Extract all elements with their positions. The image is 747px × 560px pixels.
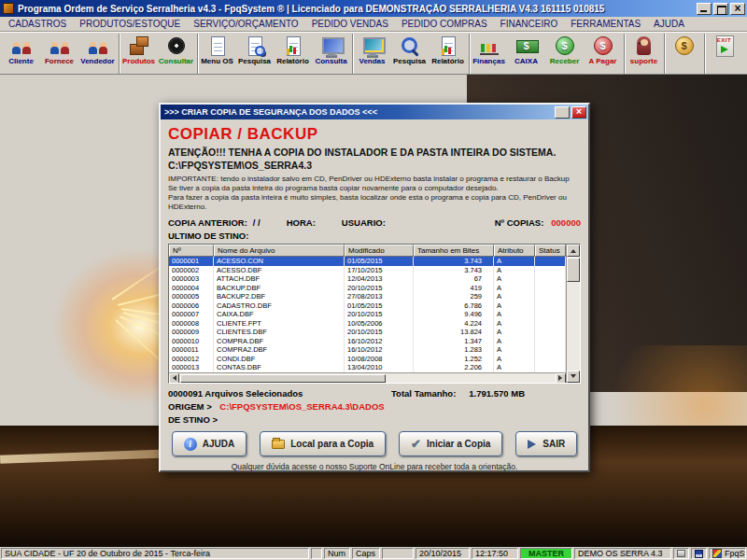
- menu-item[interactable]: CADASTROS: [2, 18, 73, 30]
- toolbar-button[interactable]: Vendas: [352, 34, 390, 74]
- toolbar-button[interactable]: $ Receber: [545, 34, 584, 74]
- maximize-button[interactable]: [713, 3, 728, 15]
- scroll-up-icon[interactable]: [567, 245, 580, 257]
- table-row[interactable]: 0000003 ATTACH.DBF 12/04/2013 67 A: [169, 274, 566, 284]
- scroll-left-icon[interactable]: [169, 373, 179, 384]
- col-header-modified[interactable]: Modificado: [345, 245, 414, 257]
- toolbar-button-label: Consultar: [159, 58, 193, 65]
- table-row[interactable]: 0000007 CAIXA.DBF 20/10/2015 9.496 A: [169, 310, 566, 319]
- status-disk: [691, 548, 707, 559]
- copia-anterior-value: / /: [253, 217, 261, 228]
- col-header-num[interactable]: Nº: [169, 245, 214, 257]
- toolbar-button[interactable]: $: [664, 34, 702, 74]
- statusbar: SUA CIDADE - UF 20 de Outubro de 2015 - …: [0, 547, 747, 560]
- vertical-scrollbar[interactable]: [566, 245, 580, 383]
- num-copias-label: Nº COPIAS:: [495, 217, 544, 228]
- workspace-background: >>> CRIAR COPIA DE SEGURANÇA DOS DADOS <…: [0, 75, 747, 547]
- window-title: Programa Ordem de Serviço Serralheria v4…: [18, 4, 695, 14]
- vertical-scroll-thumb[interactable]: [567, 258, 580, 282]
- toolbar-button[interactable]: Pesquisa: [390, 34, 429, 74]
- horizontal-scrollbar[interactable]: [169, 372, 566, 383]
- toolbar-button[interactable]: Relatório: [274, 34, 312, 74]
- dialog-help-button[interactable]: [555, 106, 570, 119]
- previous-copy-row: COPIA ANTERIOR: / / HORA: USUARIO: Nº CO…: [168, 217, 581, 228]
- close-button[interactable]: [730, 3, 745, 15]
- toolbar-button[interactable]: $ A Pagar: [584, 34, 622, 74]
- printer-icon: [677, 550, 685, 557]
- toolbar-button[interactable]: Fornece: [40, 34, 78, 74]
- table-row[interactable]: 0000002 ACESSO.DBF 17/10/2015 3.743 A: [169, 266, 566, 275]
- toolbar-button[interactable]: Relatório: [429, 34, 467, 74]
- menu-item[interactable]: FINANCEIRO: [494, 18, 565, 30]
- status-product: DEMO OS SERRA 4.3: [574, 548, 671, 559]
- origem-row: ORIGEM > C:\FPQSYSTEM\OS_SERRA4.3\DADOS: [168, 401, 581, 412]
- table-row[interactable]: 0000010 COMPRA.DBF 16/10/2012 1.347 A: [169, 337, 566, 346]
- toolbar-button[interactable]: suporte: [624, 34, 662, 74]
- menu-item[interactable]: PEDIDO COMPRAS: [395, 18, 494, 30]
- toolbar-button[interactable]: Produtos: [119, 34, 157, 74]
- total-size-label: Total Tamanho:: [391, 388, 456, 399]
- toolbar-button[interactable]: Consultar: [157, 34, 195, 74]
- toolbar-button[interactable]: Menu OS: [197, 34, 235, 74]
- table-row[interactable]: 0000006 CADASTRO.DBF 01/05/2015 6.786 A: [169, 301, 566, 311]
- folder-icon: [272, 440, 285, 449]
- scroll-down-icon[interactable]: [567, 371, 580, 383]
- toolbar-button-label: Cliente: [8, 58, 34, 65]
- minimize-button[interactable]: [697, 3, 712, 15]
- coin-icon: $: [673, 35, 696, 57]
- scroll-right-icon[interactable]: [556, 373, 566, 384]
- cash-icon: $: [515, 35, 538, 57]
- table-row[interactable]: 0000005 BACKUP2.DBF 27/08/2013 259 A: [169, 292, 566, 301]
- col-header-name[interactable]: Nome do Arquivo: [214, 245, 345, 257]
- dialog-heading: COPIAR / BACKUP: [168, 125, 581, 144]
- toolbar-button[interactable]: Consulta: [312, 34, 350, 74]
- toolbar-button[interactable]: Vendedor: [78, 34, 117, 74]
- toolbar-button[interactable]: Cliente: [2, 34, 40, 74]
- table-row[interactable]: 0000001 ACESSO.CON 01/05/2015 3.743 A: [169, 257, 566, 266]
- exit-arrow-icon: [528, 440, 541, 449]
- iniciar-copia-button[interactable]: ✔ Iniciar a Copia: [399, 431, 502, 456]
- col-header-status[interactable]: Status: [535, 245, 566, 257]
- system-path: C:\FPQSYSTEM\OS_SERRA4.3: [168, 160, 581, 171]
- menu-item[interactable]: FERRAMENTAS: [564, 18, 647, 30]
- toolbar-button[interactable]: Pesquisa: [235, 34, 274, 74]
- dialog-warning: ATENÇÃO!!! TENHA A COPIA DO INSTALADOR E…: [168, 147, 581, 158]
- num-copias-value: 000000: [551, 217, 581, 228]
- status-date: 20/10/2015: [416, 548, 470, 559]
- note-line: Para fazer a copia da pasta inteira é mu…: [168, 193, 581, 212]
- toolbar-button-label: Menu OS: [201, 58, 233, 65]
- table-row[interactable]: 0000013 CONTAS.DBF 13/04/2010 2.206 A: [169, 363, 566, 372]
- col-header-attr[interactable]: Atributo: [494, 245, 535, 257]
- table-row[interactable]: 0000008 CLIENTE.FPT 10/05/2006 4.224 A: [169, 319, 566, 329]
- sales-monitor-icon: [361, 35, 384, 57]
- search-document-icon: [244, 35, 266, 57]
- table-row[interactable]: 0000012 CONDI.DBF 10/08/2008 1.252 A: [169, 355, 566, 364]
- menu-item[interactable]: AJUDA: [647, 18, 691, 30]
- toolbar-button[interactable]: EXIT: [704, 34, 742, 74]
- local-copia-button[interactable]: Local para a Copia: [260, 431, 386, 456]
- report-icon: [437, 35, 459, 57]
- search-icon: [399, 35, 421, 57]
- toolbar-button[interactable]: $ CAIXA: [507, 34, 545, 74]
- toolbar-button-label: CAIXA: [514, 58, 538, 65]
- ajuda-button[interactable]: i AJUDA: [172, 431, 247, 456]
- menu-item[interactable]: PRODUTOS/ESTOQUE: [73, 18, 187, 30]
- menu-item[interactable]: SERVIÇO/ORÇAMENTO: [187, 18, 304, 30]
- toolbar-button-label: Produtos: [122, 58, 155, 65]
- dialog-titlebar: >>> CRIAR COPIA DE SEGURANÇA DOS DADOS <…: [161, 105, 588, 119]
- note-line: Se tiver a copia da pasta inteira do pro…: [168, 184, 581, 193]
- table-row[interactable]: 0000009 CLIENTES.DBF 20/10/2015 13.824 A: [169, 328, 566, 337]
- dialog-close-button[interactable]: [571, 106, 586, 119]
- table-row[interactable]: 0000011 COMPRA2.DBF 16/10/2012 1.283 A: [169, 345, 566, 355]
- dialog-footnote: Qualquer dúvida acesse o nosso Suporte O…: [168, 462, 581, 471]
- horizontal-scroll-thumb[interactable]: [180, 374, 386, 383]
- table-row[interactable]: 0000004 BACKUP.DBF 20/10/2015 419 A: [169, 284, 566, 293]
- sair-button[interactable]: SAIR: [515, 431, 577, 456]
- toolbar-button-label: Relatório: [431, 58, 464, 65]
- toolbar-button[interactable]: Finanças: [469, 34, 507, 74]
- table-header: Nº Nome do Arquivo Modificado Tamanho em…: [169, 245, 566, 257]
- report-icon: [282, 35, 304, 57]
- document-icon: [206, 35, 229, 57]
- menu-item[interactable]: PEDIDO VENDAS: [305, 18, 395, 30]
- col-header-size[interactable]: Tamanho em Bites: [414, 245, 494, 257]
